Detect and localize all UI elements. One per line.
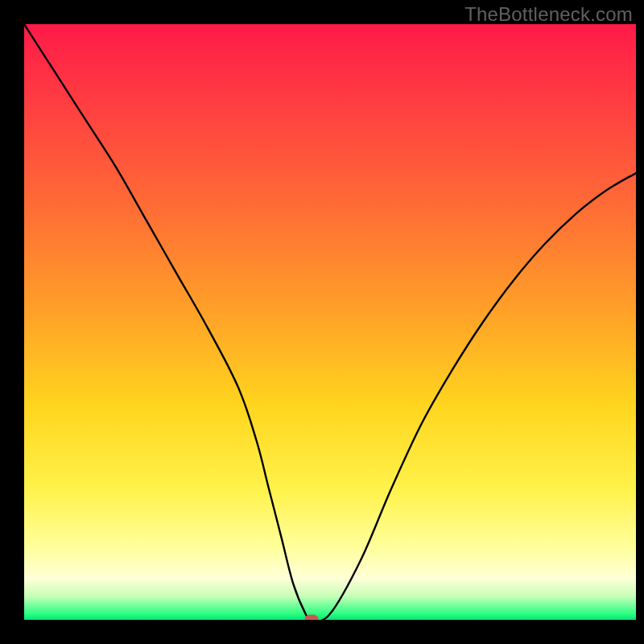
bottleneck-curve <box>24 24 636 620</box>
plot-area <box>24 24 636 620</box>
chart-frame: TheBottleneck.com <box>0 0 644 644</box>
watermark-text: TheBottleneck.com <box>464 3 633 26</box>
minimum-marker <box>305 615 319 621</box>
